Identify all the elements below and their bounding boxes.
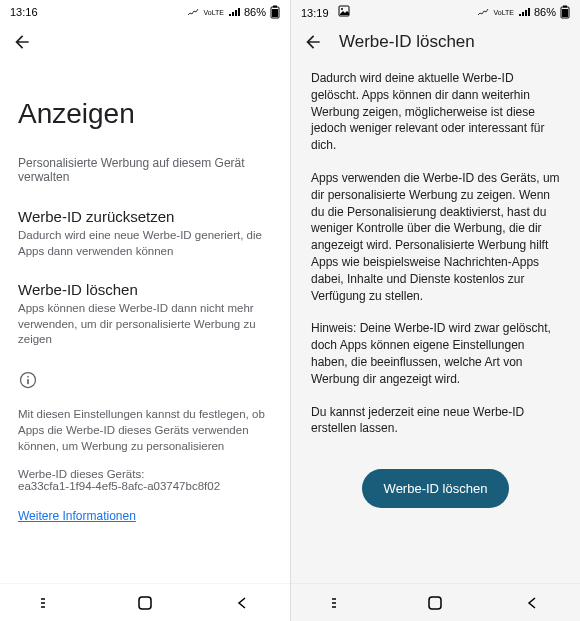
svg-rect-13 xyxy=(563,6,567,8)
left-screen: 13:16 VoLTE 86% Anzeigen Personalisierte… xyxy=(0,0,290,621)
signal-icon xyxy=(518,7,530,17)
delete-ad-id-item[interactable]: Werbe-ID löschen Apps können diese Werbe… xyxy=(18,281,272,348)
info-icon xyxy=(18,370,272,394)
delete-ad-id-title: Werbe-ID löschen xyxy=(18,281,272,298)
svg-point-4 xyxy=(27,375,29,377)
statusbar-time: 13:19 xyxy=(301,7,329,19)
nav-recents-button[interactable] xyxy=(327,591,351,615)
nav-home-button[interactable] xyxy=(133,591,157,615)
more-info-link[interactable]: Weitere Informationen xyxy=(18,509,136,523)
volte-label: VoLTE xyxy=(203,9,224,16)
appbar: Werbe-ID löschen xyxy=(291,24,580,60)
volte-label: VoLTE xyxy=(493,9,514,16)
appbar-title: Werbe-ID löschen xyxy=(339,32,475,52)
page-content: Dadurch wird deine aktuelle Werbe-ID gel… xyxy=(291,60,580,583)
svg-point-11 xyxy=(341,8,343,10)
statusbar-left: 13:19 xyxy=(301,5,350,19)
statusbar: 13:16 VoLTE 86% xyxy=(0,0,290,24)
volte-icon xyxy=(477,7,489,17)
svg-rect-1 xyxy=(273,6,277,8)
paragraph: Apps verwenden die Werbe-ID des Geräts, … xyxy=(311,170,560,304)
battery-pct: 86% xyxy=(244,6,266,18)
navbar xyxy=(291,583,580,621)
device-id-label: Werbe-ID dieses Geräts: xyxy=(18,468,272,480)
nav-home-button[interactable] xyxy=(423,591,447,615)
paragraph: Hinweis: Deine Werbe-ID wird zwar gelösc… xyxy=(311,320,560,387)
paragraph: Dadurch wird deine aktuelle Werbe-ID gel… xyxy=(311,70,560,154)
signal-icon xyxy=(228,7,240,17)
image-icon xyxy=(338,5,350,17)
page-subhead: Personalisierte Werbung auf diesem Gerät… xyxy=(18,156,272,184)
svg-rect-9 xyxy=(139,597,151,609)
nav-recents-button[interactable] xyxy=(36,591,60,615)
battery-icon xyxy=(560,5,570,19)
reset-ad-id-title: Werbe-ID zurücksetzen xyxy=(18,208,272,225)
volte-icon xyxy=(187,7,199,17)
paragraph: Du kannst jederzeit eine neue Werbe-ID e… xyxy=(311,404,560,438)
svg-rect-5 xyxy=(27,379,29,384)
back-arrow-icon[interactable] xyxy=(303,32,323,52)
page-title: Anzeigen xyxy=(18,98,272,130)
statusbar: 13:19 VoLTE 86% xyxy=(291,0,580,24)
svg-rect-18 xyxy=(429,597,441,609)
footer-info-text: Mit diesen Einstellungen kannst du festl… xyxy=(18,406,272,454)
battery-pct: 86% xyxy=(534,6,556,18)
back-arrow-icon[interactable] xyxy=(12,32,32,52)
device-id-value: ea33cfa1-1f94-4ef5-8afc-a03747bc8f02 xyxy=(18,480,272,492)
reset-ad-id-desc: Dadurch wird eine neue Werbe-ID generier… xyxy=(18,228,272,259)
nav-back-button[interactable] xyxy=(230,591,254,615)
right-screen: 13:19 VoLTE 86% Werbe-ID löschen Dadurch… xyxy=(290,0,580,621)
battery-icon xyxy=(270,5,280,19)
statusbar-right: VoLTE 86% xyxy=(477,5,570,19)
svg-rect-2 xyxy=(272,9,278,17)
delete-ad-id-desc: Apps können diese Werbe-ID dann nicht me… xyxy=(18,301,272,348)
navbar xyxy=(0,583,290,621)
nav-back-button[interactable] xyxy=(520,591,544,615)
statusbar-right: VoLTE 86% xyxy=(187,5,280,19)
page-content: Anzeigen Personalisierte Werbung auf die… xyxy=(0,60,290,583)
delete-ad-id-button[interactable]: Werbe-ID löschen xyxy=(362,469,510,508)
reset-ad-id-item[interactable]: Werbe-ID zurücksetzen Dadurch wird eine … xyxy=(18,208,272,259)
statusbar-time: 13:16 xyxy=(10,6,38,18)
appbar xyxy=(0,24,290,60)
svg-rect-14 xyxy=(562,9,568,17)
